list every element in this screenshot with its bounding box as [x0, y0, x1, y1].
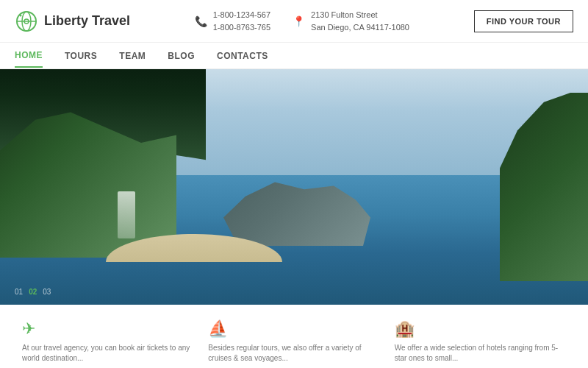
feature-hotels-text: We offer a wide selection of hotels rang…: [395, 343, 566, 364]
slide-indicator-1[interactable]: 01: [15, 288, 23, 296]
location-icon: 📍: [293, 15, 305, 27]
find-tour-button[interactable]: FIND YOUR TOUR: [474, 10, 573, 32]
slide-indicator-2[interactable]: 02: [29, 288, 37, 296]
logo-text: Liberty Travel: [44, 13, 130, 29]
site-header: Liberty Travel 📞 1-800-1234-567 1-800-87…: [0, 0, 588, 43]
feature-cruises: ⛵ Besides regular tours, we also offer a…: [208, 319, 379, 361]
feature-cruises-text: Besides regular tours, we also offer a v…: [208, 343, 379, 364]
feature-hotels: 🏨 We offer a wide selection of hotels ra…: [395, 319, 566, 361]
nav-tours[interactable]: TOURS: [65, 45, 97, 67]
address-contact: 📍 2130 Fulton Street San Diego, CA 94117…: [293, 9, 409, 33]
airplane-icon: ✈: [22, 319, 35, 339]
nav-contacts[interactable]: CONTACTS: [217, 45, 268, 67]
features-section: ✈ At our travel agency, you can book air…: [0, 305, 588, 368]
phone-numbers: 1-800-1234-567 1-800-8763-765: [213, 9, 270, 33]
address-text: 2130 Fulton Street San Diego, CA 94117-1…: [311, 9, 409, 33]
feature-flights: ✈ At our travel agency, you can book air…: [22, 319, 193, 361]
logo[interactable]: Liberty Travel: [15, 10, 130, 33]
phone-contact: 📞 1-800-1234-567 1-800-8763-765: [195, 9, 270, 33]
hero-image: [0, 69, 588, 305]
nav-blog[interactable]: BLOG: [168, 45, 195, 67]
phone-icon: 📞: [195, 15, 207, 27]
slide-indicator-3[interactable]: 03: [43, 288, 51, 296]
contact-info: 📞 1-800-1234-567 1-800-8763-765 📍 2130 F…: [195, 9, 409, 33]
slide-indicators: 01 02 03: [15, 288, 51, 296]
svg-point-4: [20, 14, 22, 16]
logo-icon: [15, 10, 38, 33]
hero-section: 01 02 03: [0, 69, 588, 305]
nav-home[interactable]: HOME: [15, 44, 43, 68]
boat-icon: ⛵: [208, 319, 228, 339]
feature-flights-text: At our travel agency, you can book air t…: [22, 343, 193, 364]
hotel-icon: 🏨: [395, 319, 415, 339]
nav-team[interactable]: TEAM: [119, 45, 146, 67]
main-nav: HOME TOURS TEAM BLOG CONTACTS: [0, 43, 588, 69]
